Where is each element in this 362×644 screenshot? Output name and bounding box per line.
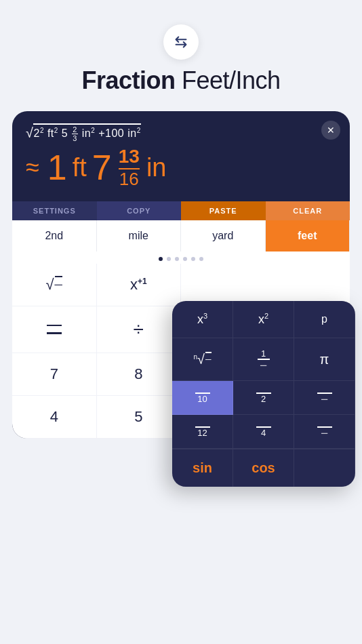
key-4[interactable]: 4	[12, 396, 97, 439]
key-fraction-bar[interactable]	[12, 306, 97, 353]
sec-key-one-over[interactable]: 1 ─	[233, 338, 294, 381]
key-8[interactable]: 8	[97, 353, 182, 396]
sec-key-pi[interactable]: π	[294, 338, 355, 381]
close-button[interactable]: ✕	[321, 121, 340, 140]
key-7[interactable]: 7	[12, 353, 97, 396]
cos-button[interactable]: cos	[233, 449, 294, 487]
secondary-grid: x3 x2 p n√─ 1 ─	[172, 301, 355, 449]
page-title: Fraction Feet/Inch	[0, 66, 362, 95]
close-icon: ✕	[327, 125, 335, 136]
key-empty-1	[181, 264, 266, 306]
sec-key-frac-10[interactable]: 10	[172, 381, 233, 415]
sqrt-expression: √ 22 ft2 5 2 3 in2 +100 in2	[26, 123, 141, 142]
unit-yard[interactable]: yard	[181, 220, 266, 251]
result-line: ≈ 1 ft 7 13 16 in	[26, 144, 336, 195]
sin-button[interactable]: sin	[172, 449, 233, 487]
dot-2	[167, 257, 171, 261]
unit-feet[interactable]: feet	[266, 220, 350, 251]
sec-key-frac-4[interactable]: 4	[233, 415, 294, 449]
sec-key-frac-r1[interactable]: ─	[294, 381, 355, 415]
top-icon-area	[0, 0, 362, 66]
unit-selector-row: 2nd mile yard feet	[12, 220, 350, 251]
approx-symbol: ≈	[26, 153, 39, 182]
result-unit-in: in	[146, 153, 167, 182]
dot-4	[183, 257, 187, 261]
display-area: ✕ √ 22 ft2 5 2 3 in2 +100 in2	[12, 111, 350, 201]
unit-2nd[interactable]: 2nd	[12, 220, 97, 251]
dot-6	[199, 257, 203, 261]
result-unit-ft: ft	[73, 153, 87, 182]
clear-button[interactable]: CLEAR	[266, 201, 350, 220]
dot-1	[159, 257, 163, 261]
secondary-keypad-card: x3 x2 p n√─ 1 ─	[172, 301, 355, 487]
sec-bottom-empty	[294, 449, 355, 487]
copy-button[interactable]: COPY	[97, 201, 182, 220]
sec-key-p[interactable]: p	[294, 301, 355, 338]
paste-button[interactable]: PASTE	[181, 201, 266, 220]
swap-icon	[172, 33, 190, 51]
sec-key-x3[interactable]: x3	[172, 301, 233, 338]
key-x-plus1[interactable]: x+1	[97, 264, 182, 306]
key-divide[interactable]: ÷	[97, 306, 182, 353]
swap-icon-button[interactable]	[163, 24, 199, 60]
input-expression: √ 22 ft2 5 2 3 in2 +100 in2	[26, 123, 336, 142]
dot-3	[175, 257, 179, 261]
key-sqrt[interactable]: √─	[12, 264, 97, 306]
sec-key-frac-r2[interactable]: ─	[294, 415, 355, 449]
result-fraction: 13 16	[119, 146, 140, 188]
secondary-bottom-row: sin cos	[172, 449, 355, 487]
result-whole2: 7	[92, 147, 112, 188]
sec-key-frac-12[interactable]: 12	[172, 415, 233, 449]
pagination-dots	[12, 251, 350, 264]
sec-key-x2[interactable]: x2	[233, 301, 294, 338]
page-container: Fraction Feet/Inch ✕ √ 22 ft2 5 2	[0, 0, 362, 439]
sec-key-frac-2[interactable]: 2	[233, 381, 294, 415]
unit-mile[interactable]: mile	[97, 220, 182, 251]
settings-button[interactable]: SETTINGS	[12, 201, 97, 220]
sec-key-nth-root[interactable]: n√─	[172, 338, 233, 381]
calculator-wrapper: ✕ √ 22 ft2 5 2 3 in2 +100 in2	[12, 111, 350, 439]
key-5[interactable]: 5	[97, 396, 182, 439]
result-whole: 1	[47, 147, 67, 188]
key-empty-2	[266, 264, 350, 306]
dot-5	[191, 257, 195, 261]
action-bar: SETTINGS COPY PASTE CLEAR	[12, 201, 350, 220]
